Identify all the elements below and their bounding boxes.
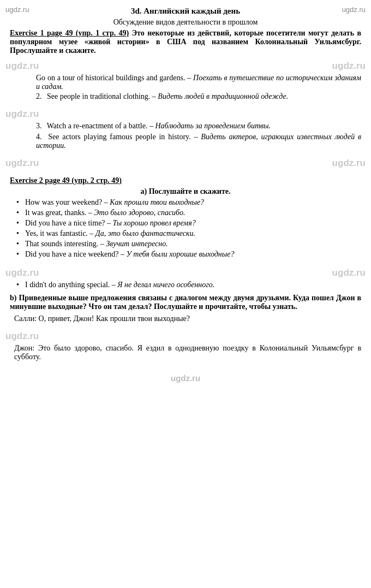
dialogue-line-1: Салли: О, привет, Джон! Как прошли твои …	[10, 314, 361, 323]
b4-ru: Да, это было фантастически.	[95, 229, 195, 237]
item2-num: 2.	[36, 92, 42, 100]
exercise1-header: Exercise 1 page 49 (упр. 1 стр. 49)	[10, 29, 129, 37]
b3-ru: Ты хорошо провел время?	[113, 219, 196, 227]
exercise1-item-2: 2. See people in traditional clothing. –…	[10, 92, 361, 101]
b2-ru: Это было здорово, спасибо.	[94, 209, 185, 217]
bullet-item-3: Did you have a nice time? – Ты хорошо пр…	[10, 219, 361, 228]
exercise1-item-4: 4. See actors playing famous people in h…	[10, 133, 361, 150]
bullet-item-2: It was great, thanks. – Это было здорово…	[10, 209, 361, 217]
watermark-row-3: ugdz.ru ugdz.ru	[0, 157, 371, 170]
dialogue-speaker-2: Джон:	[14, 344, 38, 352]
bullet-item-7: I didn't do anything special. – Я не дел…	[10, 281, 361, 289]
part-a-label: a) Послушайте и скажите.	[10, 187, 361, 196]
bullet-item-5: That sounds interesting. – Звучит интере…	[10, 240, 361, 248]
item2-russian: Видеть людей в традиционной одежде.	[158, 92, 288, 100]
bullet-item-4: Yes, it was fantastic. – Да, это было фа…	[10, 229, 361, 238]
bottom-logo-text: ugdz.ru	[171, 373, 200, 383]
b6-ru: У тебя были хорошие выходные?	[126, 250, 234, 258]
b5-ru: Звучит интересно.	[106, 240, 167, 248]
item2-english: See people in traditional clothing. –	[47, 92, 158, 100]
page-title: 3d. Английский каждый день	[131, 2, 240, 17]
b6-en: Did you have a nice weekend? –	[25, 250, 126, 258]
watermark-row-1: ugdz.ru ugdz.ru	[0, 60, 371, 73]
wm-1: ugdz.ru	[5, 61, 39, 72]
wm-7: ugdz.ru	[5, 268, 39, 278]
exercise2-header: Exercise 2 page 49 (упр. 2 стр. 49)	[10, 176, 361, 185]
logo-left: ugdz.ru	[5, 5, 29, 14]
bullet-item-6: Did you have a nice weekend? – У тебя бы…	[10, 250, 361, 259]
item3-num: 3.	[36, 122, 42, 130]
b1-en: How was your weekend? –	[25, 198, 110, 206]
header-row: ugdz.ru 3d. Английский каждый день ugdz.…	[0, 0, 371, 17]
b4-en: Yes, it was fantastic. –	[25, 229, 95, 237]
b5-en: That sounds interesting. –	[25, 240, 106, 248]
page-subtitle: Обсуждение видов деятельности в прошлом	[10, 18, 361, 27]
b7-ru: Я не делал ничего особенного.	[117, 281, 214, 289]
b3-en: Did you have a nice time? –	[25, 219, 113, 227]
ex2-header-text: Exercise 2 page 49 (упр. 2 стр. 49)	[10, 176, 122, 185]
wm-3: ugdz.ru	[5, 109, 39, 120]
b2-en: It was great, thanks. –	[25, 209, 94, 217]
b1-ru: Как прошли твои выходные?	[110, 198, 204, 206]
part-b-intro: b) Приведенные выше предложения связаны …	[10, 294, 361, 311]
exercise1-item-1: Go on a tour of historical buildings and…	[10, 74, 361, 91]
bottom-logo: ugdz.ru	[0, 368, 371, 386]
bullet-item-1: How was your weekend? – Как прошли твои …	[10, 198, 361, 207]
dialogue-speaker-1: Салли:	[14, 314, 39, 323]
dialogue-text-1: О, привет, Джон! Как прошли твои выходны…	[39, 314, 190, 323]
item1-english: Go on a tour of historical buildings and…	[36, 74, 193, 82]
item3-english: Watch a re-enactment of a battle. –	[47, 122, 155, 130]
watermark-row-4: ugdz.ru ugdz.ru	[0, 266, 371, 280]
dialogue-text-2: Это было здорово, спасибо. Я ездил в одн…	[14, 344, 361, 361]
wm-5: ugdz.ru	[5, 158, 39, 169]
exercise1-intro: Exercise 1 page 49 (упр. 1 стр. 49) Это …	[10, 29, 361, 55]
wm-9: ugdz.ru	[5, 331, 39, 342]
exercise1-item-3: 3. Watch a re-enactment of a battle. – Н…	[10, 122, 361, 130]
watermark-row-5: ugdz.ru	[0, 330, 371, 343]
bullet-list-2: I didn't do anything special. – Я не дел…	[10, 281, 361, 289]
bullet-list: How was your weekend? – Как прошли твои …	[10, 198, 361, 259]
item3-russian: Наблюдать за проведением битвы.	[155, 122, 271, 130]
item4-english: See actors playing famous people in hist…	[48, 133, 201, 141]
wm-2: ugdz.ru	[332, 61, 366, 72]
b7-en: I didn't do anything special. –	[25, 281, 117, 289]
wm-8: ugdz.ru	[332, 268, 366, 278]
wm-6: ugdz.ru	[332, 158, 366, 169]
part-b-text: b) Приведенные выше предложения связаны …	[10, 294, 361, 311]
item4-num: 4.	[36, 133, 42, 141]
logo-right: ugdz.ru	[342, 5, 366, 14]
watermark-row-2: ugdz.ru	[0, 108, 371, 121]
part-a-text: a) Послушайте и скажите.	[140, 187, 230, 195]
dialogue-line-2: Джон: Это было здорово, спасибо. Я ездил…	[10, 344, 361, 361]
